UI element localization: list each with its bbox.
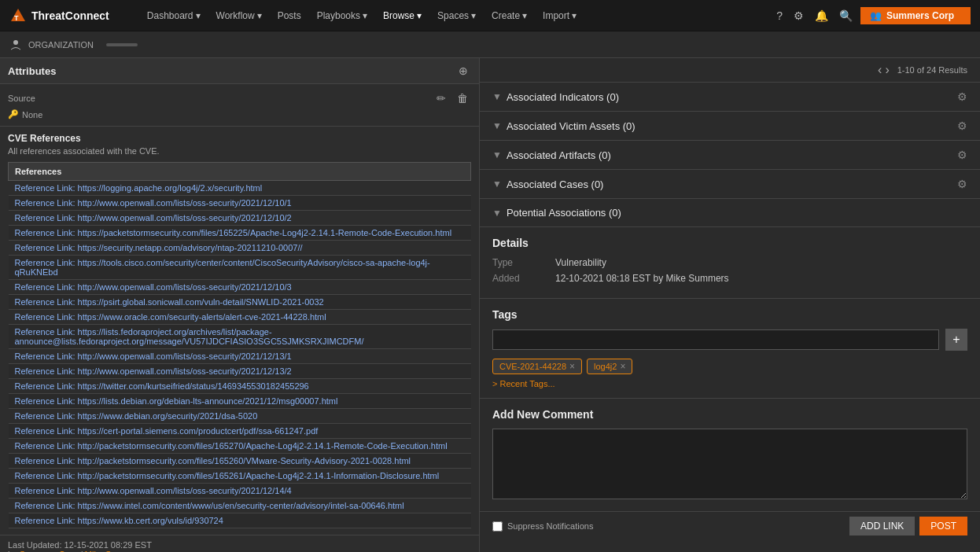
reference-cell[interactable]: Reference Link: https://logging.apache.o… [9, 181, 471, 196]
reference-cell[interactable]: Reference Link: https://lists.debian.org… [9, 394, 471, 409]
reference-cell[interactable]: Reference Link: https://www.kb.cert.org/… [9, 513, 471, 528]
tags-row: CVE-2021-44228 × log4j2 × [492, 359, 967, 374]
cve-title: CVE References [8, 133, 471, 144]
table-row[interactable]: Reference Link: https://www.intel.com/co… [9, 499, 471, 513]
table-row[interactable]: Reference Link: http://www.openwall.com/… [9, 211, 471, 226]
attributes-section-header: Attributes ⊕ [0, 58, 479, 84]
chevron-down-icon: ▾ [471, 10, 476, 21]
reference-cell[interactable]: Reference Link: https://lists.fedoraproj… [9, 325, 471, 349]
add-tag-button[interactable]: + [945, 329, 967, 351]
table-row[interactable]: Reference Link: http://www.openwall.com/… [9, 196, 471, 211]
table-row[interactable]: Reference Link: https://twitter.com/kurt… [9, 379, 471, 394]
reference-cell[interactable]: Reference Link: http://www.openwall.com/… [9, 211, 471, 226]
nav-posts[interactable]: Posts [271, 7, 308, 24]
search-icon[interactable]: 🔍 [836, 6, 856, 25]
reference-cell[interactable]: Reference Link: https://www.intel.com/co… [9, 499, 471, 513]
source-row: Source ✏ 🗑 [8, 90, 471, 106]
notifications-icon[interactable]: 🔔 [812, 6, 831, 25]
reference-cell[interactable]: Reference Link: https://security.netapp.… [9, 241, 471, 256]
table-row[interactable]: Reference Link: https://packetstormsecur… [9, 226, 471, 241]
associated-victim-assets-header[interactable]: ▼ Associated Victim Assets (0) ⚙ [480, 112, 980, 140]
logo[interactable]: T ThreatConnect [9, 7, 109, 24]
reference-cell[interactable]: Reference Link: https://psirt.global.son… [9, 295, 471, 310]
table-row[interactable]: Reference Link: http://www.openwall.com/… [9, 349, 471, 364]
table-row[interactable]: Reference Link: http://www.openwall.com/… [9, 484, 471, 499]
add-link-button[interactable]: ADD LINK [849, 517, 915, 535]
nav-arrows: ‹ › [878, 63, 890, 77]
reference-cell[interactable]: Reference Link: http://www.openwall.com/… [9, 196, 471, 211]
reference-cell[interactable]: Reference Link: http://www.openwall.com/… [9, 484, 471, 499]
tags-input-row: + [492, 329, 967, 351]
associated-cases-header[interactable]: ▼ Associated Cases (0) ⚙ [480, 170, 980, 198]
table-row[interactable]: Reference Link: https://psirt.global.son… [9, 295, 471, 310]
add-attribute-button[interactable]: ⊕ [455, 63, 471, 79]
comment-textarea[interactable] [492, 429, 967, 499]
gear-icon[interactable]: ⚙ [957, 149, 967, 161]
next-button[interactable]: › [885, 63, 889, 77]
tags-input[interactable] [492, 329, 939, 350]
reference-cell[interactable]: Reference Link: http://www.openwall.com/… [9, 364, 471, 379]
table-row[interactable]: Reference Link: http://www.openwall.com/… [9, 280, 471, 295]
table-row[interactable]: Reference Link: https://cert-portal.siem… [9, 424, 471, 439]
table-row[interactable]: Reference Link: https://logging.apache.o… [9, 181, 471, 196]
chevron-down-icon: ▾ [363, 10, 367, 21]
table-row[interactable]: Reference Link: https://lists.fedoraproj… [9, 325, 471, 349]
associated-victim-assets-title: ▼ Associated Victim Assets (0) [492, 120, 636, 132]
potential-associations-header[interactable]: ▼ Potential Associations (0) [480, 199, 980, 226]
nav-browse[interactable]: Browse ▾ [377, 7, 428, 24]
table-row[interactable]: Reference Link: https://tools.cisco.com/… [9, 256, 471, 280]
remove-tag-button[interactable]: × [569, 361, 575, 372]
nav-spaces[interactable]: Spaces ▾ [431, 7, 482, 24]
gear-icon[interactable]: ⚙ [957, 120, 967, 132]
chevron-down-icon: ▼ [492, 178, 502, 190]
reference-cell[interactable]: Reference Link: http://packetstormsecuri… [9, 469, 471, 484]
post-button[interactable]: POST [919, 517, 967, 535]
chevron-down-icon: ▼ [492, 120, 502, 131]
org-icon: 👥 [870, 10, 882, 21]
reference-cell[interactable]: Reference Link: https://www.debian.org/s… [9, 409, 471, 424]
recent-tags-link[interactable]: > Recent Tags... [492, 379, 967, 388]
key-icon: 🔑 [8, 109, 19, 120]
org-badge[interactable]: 👥 Summers Corp [860, 7, 971, 24]
reference-cell[interactable]: Reference Link: http://packetstormsecuri… [9, 439, 471, 454]
table-row[interactable]: Reference Link: https://www.debian.org/s… [9, 409, 471, 424]
reference-cell[interactable]: Reference Link: https://tools.cisco.com/… [9, 256, 471, 280]
nav-playbooks[interactable]: Playbooks ▾ [311, 7, 374, 24]
associated-artifacts-header[interactable]: ▼ Associated Artifacts (0) ⚙ [480, 141, 980, 169]
reference-cell[interactable]: Reference Link: http://www.openwall.com/… [9, 280, 471, 295]
nav-import[interactable]: Import ▾ [536, 7, 583, 24]
reference-cell[interactable]: Reference Link: https://twitter.com/kurt… [9, 379, 471, 394]
reference-cell[interactable]: Reference Link: https://cert-portal.siem… [9, 424, 471, 439]
svg-point-2 [13, 40, 18, 45]
prev-button[interactable]: ‹ [878, 63, 882, 77]
table-row[interactable]: Reference Link: https://lists.debian.org… [9, 394, 471, 409]
associated-indicators-header[interactable]: ▼ Associated Indicators (0) ⚙ [480, 83, 980, 111]
reference-cell[interactable]: Reference Link: http://packetstormsecuri… [9, 454, 471, 469]
added-value: 12-10-2021 08:18 EST by Mike Summers [555, 273, 729, 284]
gear-icon[interactable]: ⚙ [957, 178, 967, 190]
tag-label: CVE-2021-44228 [499, 362, 566, 371]
second-bar: ORGANIZATION [0, 31, 980, 58]
reference-cell[interactable]: Reference Link: https://packetstormsecur… [9, 226, 471, 241]
reference-cell[interactable]: Reference Link: http://www.openwall.com/… [9, 349, 471, 364]
gear-icon[interactable]: ⚙ [957, 90, 967, 103]
chevron-down-icon: ▾ [522, 10, 527, 21]
table-row[interactable]: Reference Link: https://security.netapp.… [9, 241, 471, 256]
edit-source-button[interactable]: ✏ [433, 90, 449, 106]
table-row[interactable]: Reference Link: http://packetstormsecuri… [9, 439, 471, 454]
table-row[interactable]: Reference Link: http://www.openwall.com/… [9, 364, 471, 379]
table-row[interactable]: Reference Link: https://www.kb.cert.org/… [9, 513, 471, 528]
help-icon[interactable]: ? [773, 6, 786, 25]
reference-cell[interactable]: Reference Link: https://www.oracle.com/s… [9, 310, 471, 325]
app-name: ThreatConnect [31, 9, 109, 22]
remove-tag-button[interactable]: × [620, 361, 625, 372]
nav-dashboard[interactable]: Dashboard ▾ [141, 7, 207, 24]
table-row[interactable]: Reference Link: https://www.oracle.com/s… [9, 310, 471, 325]
settings-icon[interactable]: ⚙ [790, 6, 807, 25]
nav-workflow[interactable]: Workflow ▾ [210, 7, 268, 24]
suppress-checkbox[interactable] [492, 521, 503, 532]
table-row[interactable]: Reference Link: http://packetstormsecuri… [9, 454, 471, 469]
nav-create[interactable]: Create ▾ [485, 7, 533, 24]
delete-source-button[interactable]: 🗑 [454, 90, 471, 106]
table-row[interactable]: Reference Link: http://packetstormsecuri… [9, 469, 471, 484]
